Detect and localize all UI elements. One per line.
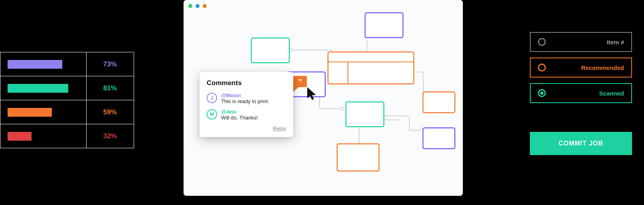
flow-node[interactable] — [423, 92, 455, 113]
comments-title: Comments — [207, 79, 286, 87]
flow-node[interactable] — [365, 13, 403, 38]
comment-message: This is ready to print. — [221, 98, 269, 104]
legend-label: Recommended — [581, 64, 624, 71]
table-row: 32% — [0, 124, 134, 148]
circle-icon — [538, 38, 546, 46]
reply-link[interactable]: Reply — [207, 125, 286, 131]
flow-node-group[interactable] — [328, 52, 414, 84]
legend-label: Item # — [607, 39, 624, 46]
circle-icon — [538, 64, 546, 72]
progress-table: 73% 81% 59% 32% — [0, 52, 134, 148]
svg-text:”: ” — [298, 78, 302, 86]
comment-handle[interactable]: @Jess — [221, 109, 258, 115]
comment-handle[interactable]: @Mason — [221, 93, 269, 98]
commit-job-button[interactable]: COMMIT JOB — [530, 132, 632, 155]
flow-node[interactable] — [346, 102, 384, 127]
progress-pct: 81% — [86, 76, 134, 100]
comment-item: M @Jess Will do. Thanks! — [207, 109, 286, 121]
table-row: 59% — [0, 100, 134, 124]
avatar: M — [207, 109, 217, 119]
workflow-window: ” Comments J @Mason This is ready to pri… — [184, 0, 463, 196]
comments-popover: Comments J @Mason This is ready to print… — [200, 72, 293, 137]
table-row: 81% — [0, 76, 134, 100]
avatar: J — [207, 93, 217, 103]
progress-pct: 73% — [86, 52, 134, 76]
legend-label: Scanned — [599, 90, 624, 97]
progress-bar-purple — [8, 60, 62, 69]
progress-pct: 59% — [86, 100, 134, 124]
svg-rect-2 — [328, 52, 414, 84]
legend-item-scanned: Scanned — [530, 83, 632, 103]
flow-node[interactable] — [337, 144, 379, 171]
flow-node[interactable] — [251, 38, 289, 63]
legend-item-recommended: Recommended — [530, 58, 632, 78]
progress-pct: 32% — [86, 124, 134, 148]
comment-message: Will do. Thanks! — [221, 115, 258, 121]
flow-node[interactable] — [423, 128, 455, 149]
progress-bar-orange — [8, 108, 52, 117]
legend-item-number: Item # — [530, 32, 632, 52]
progress-bar-red — [8, 132, 32, 141]
dot-circle-icon — [538, 89, 546, 97]
progress-bar-teal — [8, 84, 68, 93]
comment-item: J @Mason This is ready to print. — [207, 93, 286, 104]
legend: Item # Recommended Scanned — [530, 32, 632, 103]
table-row: 73% — [0, 52, 134, 76]
svg-point-1 — [340, 107, 344, 110]
svg-point-0 — [290, 48, 293, 52]
